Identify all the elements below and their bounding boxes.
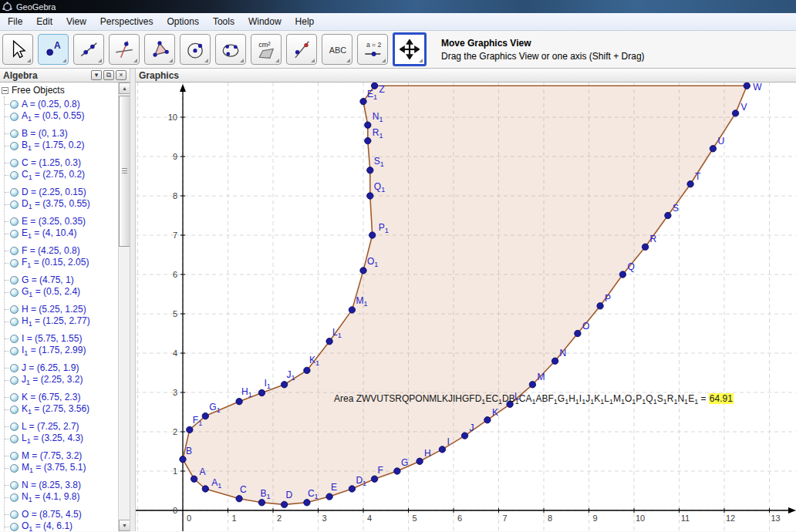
visibility-marble-icon[interactable] (10, 247, 19, 255)
graph-point-Q_1[interactable] (367, 193, 373, 199)
graph-point-O_1[interactable] (360, 268, 366, 274)
visibility-marble-icon[interactable] (10, 230, 19, 238)
tool-dropdown-corner-icon[interactable] (311, 59, 315, 62)
graph-point-K_1[interactable] (304, 367, 310, 373)
titlebar[interactable]: GeoGebra (0, 0, 796, 13)
tool-dropdown-corner-icon[interactable] (240, 59, 244, 62)
tool-button-polygon[interactable] (144, 34, 175, 65)
visibility-marble-icon[interactable] (10, 259, 19, 268)
free-object-row[interactable]: D1 = (3.75, 0.55) (0, 198, 130, 210)
free-object-row[interactable]: B = (0, 1.3) (0, 127, 130, 140)
menu-item-perspectives[interactable]: Perspectives (93, 14, 160, 29)
free-object-row[interactable]: L1 = (3.25, 4.3) (0, 433, 130, 445)
graph-point-label-Q[interactable]: Q (627, 261, 634, 272)
free-object-row[interactable]: I1 = (1.75, 2.99) (0, 345, 130, 357)
graph-point-V[interactable] (732, 110, 738, 116)
tool-button-conic[interactable] (215, 34, 246, 65)
tool-dropdown-corner-icon[interactable] (169, 59, 173, 62)
tree-collapse-icon[interactable] (2, 87, 8, 94)
graph-point-F_1[interactable] (187, 426, 193, 433)
graph-point-label-C[interactable]: C (240, 484, 247, 495)
chevron-down-icon[interactable]: ▾ (91, 70, 102, 80)
menu-item-file[interactable]: File (1, 14, 29, 29)
tool-dropdown-corner-icon[interactable] (419, 59, 423, 62)
visibility-marble-icon[interactable] (10, 305, 19, 314)
visibility-marble-icon[interactable] (10, 423, 19, 431)
graph-point-M_1[interactable] (349, 307, 355, 313)
graph-point-R_1[interactable] (365, 137, 371, 143)
graph-point-I_1[interactable] (258, 389, 265, 396)
graph-point-A[interactable] (191, 476, 197, 482)
graph-point-label-R[interactable]: R (650, 234, 657, 244)
tool-dropdown-corner-icon[interactable] (98, 59, 102, 62)
tool-button-circle-center-point[interactable] (180, 34, 211, 65)
visibility-marble-icon[interactable] (10, 276, 19, 285)
graph-point-label-E[interactable]: E (331, 482, 337, 493)
free-object-row[interactable]: J = (6.25, 1.9) (0, 362, 130, 374)
graph-point-P_1[interactable] (369, 232, 376, 238)
free-object-row[interactable]: D = (2.25, 0.15) (0, 186, 130, 198)
graph-point-C[interactable] (236, 496, 242, 502)
free-object-row[interactable]: B1 = (1.75, 0.2) (0, 140, 130, 152)
graph-point-label-I_1[interactable]: I1 (264, 378, 270, 390)
free-object-row[interactable]: M1 = (3.75, 5.1) (0, 462, 130, 474)
graph-point-F[interactable] (371, 476, 377, 482)
graphics-view[interactable]: 012345678910111213012345678910AA1BB1CC1D… (136, 82, 796, 531)
tool-button-insert-text[interactable]: ABC (322, 34, 352, 65)
tool-button-move[interactable] (2, 34, 33, 65)
free-object-row[interactable]: N1 = (4.1, 9.8) (0, 491, 130, 503)
graph-point-label-F_1[interactable]: F1 (193, 415, 202, 427)
graph-point-I[interactable] (439, 446, 445, 453)
graph-point-label-D[interactable]: D (286, 490, 293, 500)
visibility-marble-icon[interactable] (10, 100, 19, 109)
visibility-marble-icon[interactable] (10, 493, 19, 502)
visibility-marble-icon[interactable] (10, 481, 19, 490)
graph-point-label-N[interactable]: N (560, 348, 567, 359)
graph-point-B[interactable] (180, 456, 186, 463)
visibility-marble-icon[interactable] (10, 171, 19, 180)
free-object-row[interactable]: E = (3.25, 0.35) (0, 215, 130, 227)
visibility-marble-icon[interactable] (10, 510, 19, 519)
free-object-row[interactable]: E1 = (4, 10.4) (0, 227, 130, 240)
free-object-row[interactable]: G = (4.75, 1) (0, 274, 130, 286)
graph-point-label-M[interactable]: M (537, 372, 545, 382)
graph-point-label-H[interactable]: H (424, 448, 431, 459)
visibility-marble-icon[interactable] (10, 318, 19, 326)
tool-dropdown-corner-icon[interactable] (133, 59, 137, 62)
visibility-marble-icon[interactable] (10, 452, 19, 460)
graph-point-A_1[interactable] (202, 486, 208, 492)
graph-point-H_1[interactable] (236, 399, 242, 405)
free-object-row[interactable]: F = (4.25, 0.8) (0, 244, 130, 257)
free-object-row[interactable]: A = (0.25, 0.8) (0, 98, 130, 110)
free-object-row[interactable]: G1 = (0.5, 2.4) (0, 286, 130, 298)
menu-item-options[interactable]: Options (160, 14, 206, 29)
tool-dropdown-corner-icon[interactable] (346, 59, 350, 62)
graph-point-label-A[interactable]: A (200, 466, 206, 477)
graph-point-O[interactable] (575, 330, 581, 336)
graph-point-label-W[interactable]: W (753, 82, 762, 93)
free-object-row[interactable]: H1 = (1.25, 2.77) (0, 315, 130, 328)
tool-button-move-graphics-view[interactable] (393, 32, 427, 66)
visibility-marble-icon[interactable] (10, 464, 19, 473)
graph-point-label-K[interactable]: K (492, 407, 498, 418)
menu-item-view[interactable]: View (59, 14, 93, 29)
tool-dropdown-corner-icon[interactable] (62, 59, 66, 62)
visibility-marble-icon[interactable] (10, 142, 19, 150)
region-polygon[interactable] (183, 86, 747, 504)
free-object-row[interactable]: I = (5.75, 1.55) (0, 332, 130, 345)
close-icon[interactable]: × (116, 70, 126, 80)
graph-point-H[interactable] (417, 458, 423, 464)
free-object-row[interactable]: O = (8.75, 4.5) (0, 508, 130, 520)
tool-button-point[interactable]: A (38, 34, 69, 65)
graph-point-N_1[interactable] (365, 122, 371, 128)
graph-point-label-Z[interactable]: Z (379, 84, 385, 95)
graph-point-M[interactable] (529, 382, 535, 388)
free-object-row[interactable]: M = (7.75, 3.2) (0, 450, 130, 462)
restore-icon[interactable]: ⧉ (103, 70, 114, 80)
graph-point-label-H_1[interactable]: H1 (241, 386, 252, 399)
tool-dropdown-corner-icon[interactable] (275, 59, 279, 62)
graph-point-label-U[interactable]: U (717, 136, 724, 146)
free-object-row[interactable]: C1 = (2.75, 0.2) (0, 169, 130, 181)
graph-point-J[interactable] (461, 433, 467, 439)
graph-point-S[interactable] (665, 212, 671, 218)
